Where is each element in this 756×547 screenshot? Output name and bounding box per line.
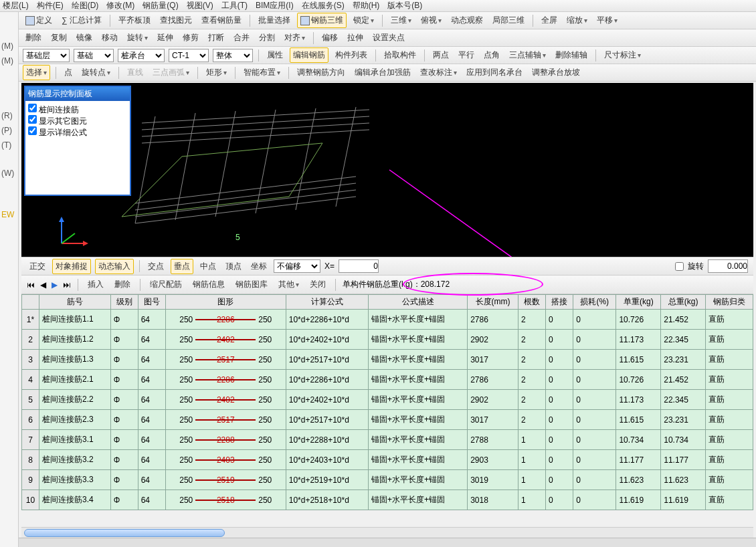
rebarinfo-button[interactable]: 钢筋信息: [190, 278, 227, 292]
cell[interactable]: 2902: [468, 330, 518, 350]
menu-item[interactable]: 在线服务(S): [302, 0, 345, 11]
editrebar-button[interactable]: 编辑钢筋: [290, 47, 328, 63]
cell[interactable]: 直筋: [706, 450, 753, 470]
cell[interactable]: 10*d+2402+10*d: [286, 390, 368, 410]
cell[interactable]: 桩间连接筋2.3: [39, 410, 111, 430]
rebar3d-button[interactable]: 钢筋三维: [297, 13, 347, 28]
cell[interactable]: 0: [573, 370, 616, 390]
align-button[interactable]: 对齐: [282, 31, 308, 45]
threept-button[interactable]: 三点辅轴: [506, 48, 549, 62]
cell[interactable]: Φ: [110, 450, 138, 470]
snap-toggle[interactable]: 对象捕捉: [52, 259, 91, 274]
findpic-button[interactable]: 查找图元: [157, 13, 195, 27]
cell[interactable]: 2: [518, 310, 546, 330]
cell[interactable]: 2: [518, 410, 546, 430]
cell[interactable]: 11.623: [661, 470, 706, 490]
3d-viewport[interactable]: 5 钢筋显示控制面板 桩间连接筋 显示其它图元 显示详细公式: [21, 83, 753, 257]
rotate-input[interactable]: [708, 259, 748, 273]
cell[interactable]: 3017: [468, 350, 518, 370]
cell[interactable]: 10*d+2288+10*d: [286, 430, 368, 450]
rotate-button[interactable]: 旋转: [124, 31, 151, 45]
cell[interactable]: 锚固+水平长度+锚固: [369, 490, 468, 510]
cell[interactable]: 0: [546, 450, 573, 470]
rebar-display-panel[interactable]: 钢筋显示控制面板 桩间连接筋 显示其它图元 显示详细公式: [24, 86, 131, 196]
nav-first-icon[interactable]: ⏮: [27, 280, 35, 290]
shape-cell[interactable]: 2502502517: [165, 410, 286, 430]
cell[interactable]: 直筋: [706, 410, 753, 430]
cell[interactable]: 10*d+2517+10*d: [286, 410, 368, 430]
shape-cell[interactable]: 2502502286: [165, 310, 286, 330]
cell[interactable]: 2902: [468, 390, 518, 410]
cell[interactable]: 0: [546, 350, 573, 370]
lock-button[interactable]: 锁定: [351, 13, 377, 27]
horizontal-scrollbar[interactable]: [21, 527, 753, 538]
pickcomp-button[interactable]: 拾取构件: [381, 48, 419, 62]
setpt-button[interactable]: 设置夹点: [370, 31, 407, 45]
cell[interactable]: 直筋: [706, 310, 753, 330]
parallel-button[interactable]: 平行: [456, 48, 477, 62]
cell[interactable]: 锚固+水平长度+锚固: [369, 310, 468, 330]
cell[interactable]: 2786: [468, 370, 518, 390]
cell[interactable]: Φ: [110, 430, 138, 450]
offset-button[interactable]: 偏移: [319, 31, 341, 45]
col-header[interactable]: 单重(kg): [616, 295, 661, 310]
point-button[interactable]: 点: [62, 66, 75, 80]
nav-prev-icon[interactable]: ◀: [40, 280, 46, 290]
rotpt-button[interactable]: 旋转点: [79, 66, 113, 80]
cell[interactable]: 10*d+2517+10*d: [286, 350, 368, 370]
cell[interactable]: Φ: [110, 410, 138, 430]
cell[interactable]: 直筋: [706, 330, 753, 350]
cell[interactable]: 64: [138, 350, 165, 370]
menu-item[interactable]: 构件(E): [37, 0, 64, 11]
cell[interactable]: 锚固+水平长度+锚固: [369, 430, 468, 450]
ct-select[interactable]: CT-1: [169, 49, 209, 62]
cell[interactable]: 11.623: [616, 470, 661, 490]
whole-select[interactable]: 整体: [213, 49, 253, 62]
shape-cell[interactable]: 2502502518: [165, 490, 286, 510]
cell[interactable]: 23.231: [661, 350, 706, 370]
cell[interactable]: 10*d+2518+10*d: [286, 490, 368, 510]
copy-button[interactable]: 复制: [48, 31, 70, 45]
editnote-button[interactable]: 查改标注: [417, 66, 460, 80]
cell[interactable]: 0: [573, 450, 616, 470]
dim-button[interactable]: 尺寸标注: [601, 48, 644, 62]
other-button[interactable]: 其他: [276, 278, 302, 292]
table-row[interactable]: 4桩间连接筋2.1Φ64250250228610*d+2286+10*d锚固+水…: [22, 370, 753, 390]
cell[interactable]: 10*d+2286+10*d: [286, 370, 368, 390]
shape-cell[interactable]: 2502502288: [165, 430, 286, 450]
nav-play-icon[interactable]: ▶: [52, 280, 58, 290]
cell[interactable]: 1: [518, 490, 546, 510]
cell[interactable]: 桩间连接筋3.3: [39, 470, 111, 490]
table-row[interactable]: 2桩间连接筋1.2Φ64250250240210*d+2402+10*d锚固+水…: [22, 330, 753, 350]
cell[interactable]: 锚固+水平长度+锚固: [369, 330, 468, 350]
zoom-button[interactable]: 缩放: [564, 13, 590, 27]
shape-cell[interactable]: 2502502517: [165, 350, 286, 370]
cell[interactable]: 11.619: [616, 490, 661, 510]
cell[interactable]: 2: [518, 350, 546, 370]
insert-row-button[interactable]: 插入: [85, 278, 106, 292]
col-header[interactable]: 公式描述: [369, 295, 468, 310]
col-header[interactable]: 图形: [165, 295, 286, 310]
cell[interactable]: 直筋: [706, 430, 753, 450]
delete-button[interactable]: 删除: [23, 31, 44, 45]
cell[interactable]: 0: [546, 370, 573, 390]
3d-button[interactable]: 三维: [388, 13, 414, 27]
cell[interactable]: 64: [138, 490, 165, 510]
cell[interactable]: 2: [518, 370, 546, 390]
viewrebar-button[interactable]: 查看钢筋量: [199, 13, 244, 27]
cell[interactable]: 11.615: [616, 410, 661, 430]
cell[interactable]: 64: [138, 330, 165, 350]
trim-button[interactable]: 修剪: [180, 31, 201, 45]
cell[interactable]: 桩间连接筋1.3: [39, 350, 111, 370]
cell[interactable]: Φ: [110, 350, 138, 370]
cell[interactable]: 0: [546, 470, 573, 490]
cell[interactable]: 桩间连接筋3.4: [39, 490, 111, 510]
panel-opt2[interactable]: 显示其它图元: [28, 115, 127, 126]
table-row[interactable]: 8桩间连接筋3.2Φ64250250240310*d+2403+10*d锚固+水…: [22, 450, 753, 470]
cell[interactable]: 桩间连接筋2.1: [39, 370, 111, 390]
break-button[interactable]: 打断: [205, 31, 227, 45]
col-header[interactable]: [22, 295, 39, 310]
shape-cell[interactable]: 2502502286: [165, 370, 286, 390]
menu-item[interactable]: 工具(T): [221, 0, 248, 11]
adjdir-button[interactable]: 调整钢筋方向: [294, 66, 348, 80]
